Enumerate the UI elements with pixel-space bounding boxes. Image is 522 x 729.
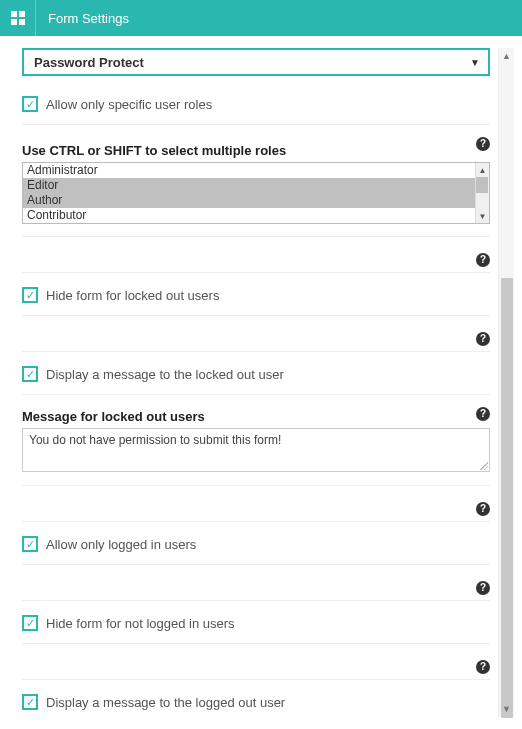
roles-multiselect[interactable]: Administrator Editor Author Contributor …: [22, 162, 490, 224]
roles-heading: Use CTRL or SHIFT to select multiple rol…: [22, 143, 490, 158]
scroll-down-icon[interactable]: ▼: [476, 209, 489, 223]
scroll-up-icon[interactable]: ▲: [476, 163, 489, 177]
grid-icon[interactable]: [0, 0, 36, 36]
scroll-thumb[interactable]: [476, 177, 488, 193]
svg-rect-3: [19, 19, 25, 25]
help-icon[interactable]: ?: [476, 581, 490, 595]
resize-grip-icon[interactable]: [480, 462, 488, 470]
role-option[interactable]: Contributor: [23, 208, 489, 223]
svg-rect-1: [19, 11, 25, 17]
svg-rect-0: [11, 11, 17, 17]
checkbox-display-logged-out-msg[interactable]: ✓: [22, 694, 38, 710]
section-dropdown[interactable]: Password Protect ▼: [22, 48, 490, 76]
caret-down-icon: ▼: [470, 57, 480, 68]
role-option[interactable]: Author: [23, 193, 489, 208]
app-header: Form Settings: [0, 0, 522, 36]
help-icon[interactable]: ?: [476, 253, 490, 267]
display-logged-out-msg-label: Display a message to the logged out user: [46, 695, 285, 710]
help-icon[interactable]: ?: [476, 660, 490, 674]
hide-not-logged-label: Hide form for not logged in users: [46, 616, 235, 631]
help-icon[interactable]: ?: [476, 332, 490, 346]
locked-msg-textarea[interactable]: You do not have permission to submit thi…: [22, 428, 490, 472]
help-icon[interactable]: ?: [476, 502, 490, 516]
scroll-thumb[interactable]: [501, 278, 513, 718]
dropdown-value: Password Protect: [34, 55, 144, 70]
scroll-up-icon[interactable]: ▲: [499, 48, 514, 64]
checkbox-hide-not-logged[interactable]: ✓: [22, 615, 38, 631]
main-content: Password Protect ▼ ✓ Allow only specific…: [22, 48, 498, 717]
checkbox-hide-locked[interactable]: ✓: [22, 287, 38, 303]
svg-rect-2: [11, 19, 17, 25]
display-locked-msg-label: Display a message to the locked out user: [46, 367, 284, 382]
multiselect-scrollbar[interactable]: ▲ ▼: [475, 163, 489, 223]
hide-locked-label: Hide form for locked out users: [46, 288, 219, 303]
scroll-down-icon[interactable]: ▼: [499, 701, 514, 717]
allow-roles-label: Allow only specific user roles: [46, 97, 212, 112]
page-scrollbar[interactable]: ▲ ▼: [498, 48, 514, 717]
role-option[interactable]: Editor: [23, 178, 489, 193]
help-icon[interactable]: ?: [476, 407, 490, 421]
help-icon[interactable]: ?: [476, 137, 490, 151]
checkbox-allow-roles[interactable]: ✓: [22, 96, 38, 112]
allow-logged-in-label: Allow only logged in users: [46, 537, 196, 552]
role-option[interactable]: Administrator: [23, 163, 489, 178]
locked-msg-heading: Message for locked out users: [22, 409, 490, 424]
header-title: Form Settings: [36, 11, 129, 26]
checkbox-allow-logged-in[interactable]: ✓: [22, 536, 38, 552]
checkbox-display-locked-msg[interactable]: ✓: [22, 366, 38, 382]
